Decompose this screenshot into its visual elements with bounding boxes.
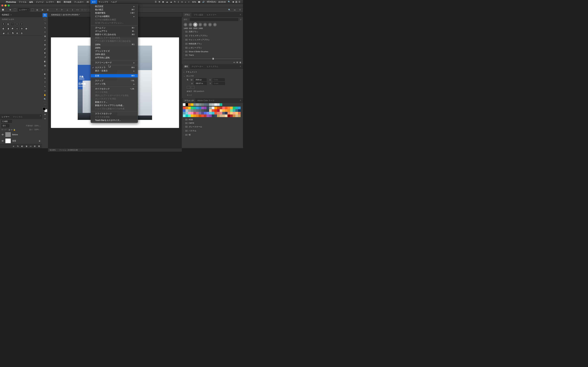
swatch[interactable] <box>235 109 238 112</box>
menu-item[interactable]: プリントサイズ <box>91 50 138 53</box>
status-hamburguer-icon[interactable]: ☰ <box>154 1 158 3</box>
adobe-color-tab[interactable]: Adobe Color テーマ <box>196 98 216 103</box>
flip-brush-icon[interactable]: ↺ <box>240 19 241 21</box>
swatch[interactable] <box>201 109 204 112</box>
swatch[interactable] <box>204 103 207 106</box>
more-options-icon[interactable]: ••• <box>76 9 79 11</box>
swatch[interactable] <box>201 115 204 117</box>
align-center-v-icon[interactable]: ⊢ <box>60 8 64 12</box>
zoom-tool[interactable]: 🔍 <box>43 97 47 101</box>
swatch-folder[interactable]: ›明 <box>182 133 243 137</box>
lock-pixels-icon[interactable]: ▦ <box>9 129 10 131</box>
auto-select-target[interactable]: レイヤー <box>18 8 30 12</box>
swatch[interactable] <box>233 109 235 112</box>
filter-shape-icon[interactable] <box>25 120 27 123</box>
brush-preset[interactable] <box>198 23 202 26</box>
brush-tool[interactable]: 🖌 <box>43 47 47 51</box>
swatch[interactable] <box>199 112 201 115</box>
healing-brush-tool[interactable]: ◍ <box>43 43 47 47</box>
screen-mode-icon[interactable]: ▭ <box>43 117 47 120</box>
swatch[interactable] <box>183 112 185 115</box>
layers-menu-icon[interactable]: ≡ <box>39 115 42 119</box>
clone-stamp-tool[interactable]: ⧯ <box>43 51 47 55</box>
opacity-value[interactable]: 100% <box>34 125 39 127</box>
swatch[interactable] <box>227 115 230 117</box>
filter-adjustment-icon[interactable] <box>17 120 20 123</box>
gradient-tool[interactable]: ▤ <box>43 64 47 67</box>
levels-icon[interactable]: ▥ <box>6 22 10 25</box>
dodge-tool[interactable]: ◐ <box>43 72 47 76</box>
swatch[interactable] <box>196 115 199 117</box>
swatch[interactable] <box>199 115 201 117</box>
new-brush-icon[interactable]: ⊞ <box>236 61 238 63</box>
search-icon[interactable]: 🔍 <box>228 8 231 12</box>
swatch[interactable] <box>238 107 241 109</box>
swatch[interactable] <box>207 109 209 112</box>
brush-folder[interactable]: ›レガシーブラシ <box>182 46 243 50</box>
histogram-tab[interactable]: ヒストグラム <box>205 64 220 69</box>
swatch[interactable] <box>220 107 222 109</box>
panel-menu-icon[interactable]: ≡ <box>239 98 242 103</box>
cloud-sync-icon[interactable]: ☁ <box>165 1 169 3</box>
swatch[interactable] <box>199 109 201 112</box>
canvas-y-input[interactable]: 0 mm <box>213 82 225 85</box>
swatch[interactable] <box>225 115 227 117</box>
battery-icon[interactable]: ▮▮ <box>197 1 201 3</box>
swatch[interactable] <box>185 115 188 117</box>
swatch[interactable] <box>209 109 212 112</box>
invert-icon[interactable]: ◪ <box>2 32 5 35</box>
swatch[interactable] <box>207 115 209 117</box>
swatch[interactable] <box>191 107 193 109</box>
zoom-readout[interactable]: 50.45% <box>50 149 56 151</box>
menubar-item-ヘルプ[interactable]: ヘルプ <box>110 0 118 4</box>
align-right-icon[interactable]: ⊟ <box>46 8 50 12</box>
swatch-folder[interactable]: ›グレースケール <box>182 125 243 129</box>
swatch[interactable] <box>222 115 225 117</box>
menubar-item-イメージ[interactable]: イメージ <box>35 0 45 4</box>
swatch[interactable] <box>188 112 191 115</box>
brush-folder[interactable]: ›ウェットメディアブラシ <box>182 38 243 42</box>
menu-item[interactable]: 色の校正⌘Y <box>91 8 138 11</box>
bluetooth-icon[interactable]: ᛒ <box>177 1 180 3</box>
swatch[interactable] <box>214 115 217 117</box>
swatch[interactable] <box>204 112 207 115</box>
swatch[interactable] <box>217 109 220 112</box>
share-icon[interactable]: ⇧ <box>238 8 242 12</box>
brush-preset[interactable] <box>184 23 187 26</box>
swatch[interactable] <box>188 103 191 106</box>
dropbox-icon[interactable]: ⧉ <box>158 1 161 3</box>
menu-item[interactable]: 定規⌘R <box>91 74 138 77</box>
menu-item[interactable]: ガイドをロック⌥⌘; <box>91 87 138 91</box>
swatch[interactable] <box>199 103 201 106</box>
swatch[interactable] <box>207 112 209 115</box>
filter-type-icon[interactable] <box>21 120 24 123</box>
swatch[interactable] <box>183 115 185 117</box>
menu-item[interactable]: 表示・非表示▸ <box>91 69 138 73</box>
menu-item[interactable]: ✓エクストラ⌘H <box>91 66 138 69</box>
brush-folder[interactable]: ›ドライメディアブラシ <box>182 34 243 38</box>
swatch[interactable] <box>238 109 241 112</box>
swatch[interactable] <box>183 109 185 112</box>
swatch[interactable] <box>188 115 191 117</box>
canvas-height-input[interactable]: 209.97 m <box>194 82 207 85</box>
swatch[interactable] <box>230 109 233 112</box>
align-bottom-icon[interactable]: ⊥ <box>66 8 69 12</box>
canvas-section-label[interactable]: カンバス <box>186 75 194 77</box>
swatch-folder[interactable]: ›RGB <box>182 118 243 121</box>
swatch[interactable] <box>188 107 191 109</box>
swatch[interactable] <box>225 112 227 115</box>
blend-mode-select[interactable]: 通常 <box>1 124 9 127</box>
airplay-icon[interactable]: ▵ <box>184 1 187 3</box>
history-brush-tool[interactable]: ↺ <box>43 55 47 59</box>
swatch[interactable] <box>185 109 188 112</box>
swatch[interactable] <box>220 112 222 115</box>
app-name[interactable]: Photoshop <box>5 1 17 3</box>
frame-tool[interactable]: ⊠ <box>43 34 47 38</box>
menu-item[interactable]: ピクセル縦横比▸ <box>91 15 138 18</box>
visibility-icon[interactable] <box>1 140 4 142</box>
swatch[interactable] <box>233 107 235 109</box>
brush-preview-size-slider[interactable] <box>184 57 241 60</box>
photo-filter-icon[interactable]: ◎ <box>15 27 19 30</box>
swatch-folder[interactable]: ›パステル <box>182 129 243 133</box>
vibrance-icon[interactable]: ▽ <box>20 22 24 25</box>
